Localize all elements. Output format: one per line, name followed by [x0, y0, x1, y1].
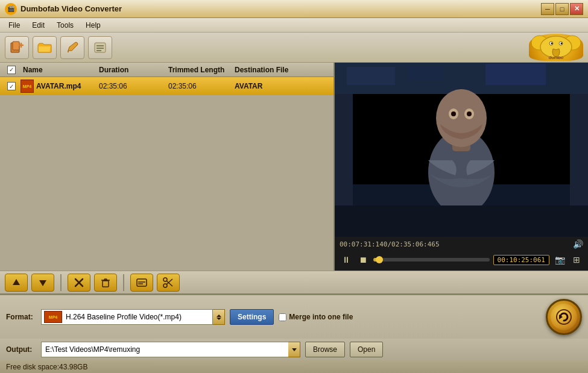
bottom-toolbar: [0, 271, 588, 295]
svg-rect-1: [13, 42, 19, 50]
svg-point-30: [467, 111, 472, 116]
convert-button[interactable]: [546, 299, 582, 335]
output-bar: Output: Browse Open: [0, 339, 588, 360]
task-list-button[interactable]: [88, 36, 112, 59]
open-button[interactable]: Open: [350, 342, 383, 357]
svg-rect-39: [137, 279, 147, 286]
toolbar-divider: [60, 274, 62, 291]
arrow-down-icon: [217, 318, 221, 320]
format-dropdown-btn[interactable]: [213, 309, 225, 325]
output-input-wrapper: [41, 342, 300, 357]
volume-icon[interactable]: 🔊: [573, 239, 583, 249]
toolbar: dumbo: [0, 33, 588, 63]
header-checkbox[interactable]: ✓: [7, 66, 16, 74]
svg-marker-33: [39, 280, 46, 286]
time-display: 00:07:31:140/02:35:06:465 🔊: [340, 239, 583, 249]
col-header-name: Name: [21, 66, 99, 74]
merge-check-area: Merge into one file: [279, 313, 353, 321]
settings-button[interactable]: Settings: [230, 309, 274, 325]
file-type-icon: MP4: [21, 80, 34, 93]
menu-tools[interactable]: Tools: [51, 20, 80, 31]
title-bar: 🎬 Dumbofab Video Converter ─ □ ✕: [0, 0, 588, 18]
svg-rect-23: [570, 94, 588, 215]
menu-edit[interactable]: Edit: [26, 20, 51, 31]
format-bar: Format: MP4 H.264 Baseline Profile Video…: [0, 295, 588, 339]
output-dropdown-btn[interactable]: [288, 342, 300, 357]
fullscreen-button[interactable]: ⊞: [570, 253, 583, 266]
brand-text: dumbo: [549, 55, 563, 60]
svg-rect-31: [335, 205, 588, 237]
svg-rect-19: [407, 66, 443, 81]
format-value: H.264 Baseline Profile Video(*.mp4): [66, 313, 210, 321]
format-file-icon: MP4: [44, 311, 62, 323]
merge-checkbox[interactable]: [279, 313, 286, 321]
maximize-button[interactable]: □: [555, 3, 569, 15]
delete-button[interactable]: [94, 274, 117, 292]
trim-button[interactable]: [157, 274, 180, 292]
subtitle-button[interactable]: [130, 274, 153, 292]
col-header-duration: Duration: [99, 66, 168, 74]
col-header-trimmed: Trimmed Length: [168, 66, 235, 74]
stop-button[interactable]: ⏹: [356, 253, 370, 266]
table-row[interactable]: ✓ MP4 AVATAR.mp4 02:35:06 02:35:06 AVATA…: [0, 77, 334, 95]
time-code: 00:10:25:061: [493, 255, 549, 265]
brand-logo: dumbo: [529, 34, 583, 61]
svg-point-29: [451, 111, 456, 116]
arrow-up-icon: [217, 315, 221, 317]
close-button[interactable]: ✕: [570, 3, 583, 15]
svg-point-46: [557, 310, 571, 324]
svg-rect-38: [104, 279, 107, 280]
svg-rect-36: [103, 281, 109, 287]
video-panel: 00:07:31:140/02:35:06:465 🔊 ⏸ ⏹ 00:10:25…: [335, 63, 588, 271]
window-title: Dumbofab Video Converter: [21, 4, 541, 13]
svg-point-14: [551, 43, 553, 45]
row-filename: AVATAR.mp4: [36, 82, 99, 90]
svg-marker-48: [292, 348, 297, 351]
progress-bar[interactable]: [373, 258, 490, 262]
format-label: Format:: [6, 313, 36, 321]
progress-thumb[interactable]: [376, 256, 383, 263]
add-file-button[interactable]: [5, 36, 29, 59]
playback-bar: 00:07:31:140/02:35:06:465 🔊 ⏸ ⏹ 00:10:25…: [335, 237, 588, 271]
convert-icon: [551, 304, 577, 330]
move-down-button[interactable]: [31, 274, 54, 292]
main-content: ✓ Name Duration Trimmed Length Destinati…: [0, 63, 588, 271]
row-trimmed: 02:35:06: [168, 82, 235, 90]
menu-file[interactable]: File: [2, 20, 26, 31]
table-body: ✓ MP4 AVATAR.mp4 02:35:06 02:35:06 AVATA…: [0, 77, 334, 271]
merge-label[interactable]: Merge into one file: [289, 313, 353, 321]
minimize-button[interactable]: ─: [541, 3, 554, 15]
app-icon: 🎬: [5, 3, 17, 15]
status-text: Free disk space:43.98GB: [6, 363, 87, 371]
remove-button[interactable]: [68, 274, 90, 292]
open-folder-button[interactable]: [33, 36, 57, 59]
screenshot-button[interactable]: 📷: [553, 253, 566, 266]
svg-rect-22: [335, 94, 353, 215]
svg-point-15: [561, 43, 563, 45]
output-label: Output:: [6, 345, 36, 354]
file-list-panel: ✓ Name Duration Trimmed Length Destinati…: [0, 63, 335, 271]
format-icon-area: MP4 H.264 Baseline Profile Video(*.mp4): [41, 309, 213, 325]
output-path-input[interactable]: [41, 342, 300, 357]
row-duration: 02:35:06: [99, 82, 168, 90]
move-up-button[interactable]: [5, 274, 28, 292]
svg-rect-18: [347, 67, 395, 85]
col-header-dest: Destination File: [235, 66, 331, 74]
browse-button[interactable]: Browse: [305, 342, 345, 357]
svg-marker-32: [13, 279, 20, 285]
row-dest: AVATAR: [235, 82, 331, 90]
controls-row: ⏸ ⏹ 00:10:25:061 📷 ⊞: [340, 251, 583, 268]
format-select-wrapper: MP4 H.264 Baseline Profile Video(*.mp4): [41, 309, 225, 325]
toolbar-divider-2: [123, 274, 124, 291]
row-checkbox[interactable]: ✓: [7, 82, 16, 90]
pause-button[interactable]: ⏸: [340, 253, 353, 266]
current-time: 00:07:31:140/02:35:06:465: [340, 240, 440, 248]
convert-area: [546, 299, 582, 335]
edit-button[interactable]: [60, 36, 84, 59]
window-controls: ─ □ ✕: [541, 3, 583, 15]
video-preview: [335, 63, 588, 237]
table-header: ✓ Name Duration Trimmed Length Destinati…: [0, 63, 334, 77]
menu-help[interactable]: Help: [80, 20, 107, 31]
menu-bar: File Edit Tools Help: [0, 18, 588, 33]
status-bar: Free disk space:43.98GB: [0, 360, 588, 373]
